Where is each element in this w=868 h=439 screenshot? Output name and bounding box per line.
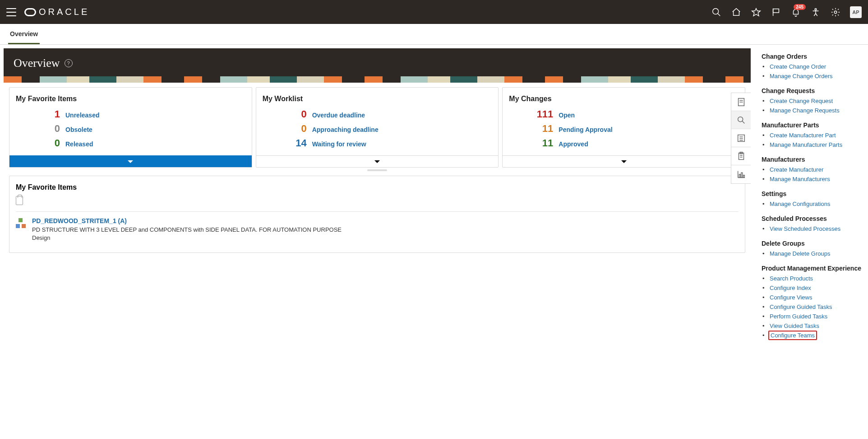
side-link[interactable]: Create Change Order <box>770 63 826 70</box>
side-link[interactable]: Configure Guided Tasks <box>770 304 832 310</box>
side-section: Manufacturer PartsCreate Manufacturer Pa… <box>762 121 862 149</box>
flag-icon[interactable] <box>771 7 781 18</box>
stat-link[interactable]: Open <box>559 112 575 119</box>
side-list-item: Manage Manufacturer Parts <box>768 140 862 149</box>
side-link[interactable]: Create Manufacturer Part <box>770 132 836 139</box>
stat-number: 11 <box>509 137 559 149</box>
stat-row: 0Approaching deadline <box>263 123 492 135</box>
side-link[interactable]: Configure Views <box>770 294 812 301</box>
side-link[interactable]: Configure Index <box>770 285 811 291</box>
rail-chart-icon[interactable] <box>731 165 751 183</box>
stat-number: 0 <box>263 123 312 135</box>
svg-point-0 <box>713 8 719 14</box>
side-heading: Manufacturers <box>762 156 862 163</box>
decorative-strip <box>4 76 751 83</box>
chevron-down-icon <box>128 160 133 163</box>
notifications-badge: 245 <box>794 4 806 10</box>
clipboard-icon[interactable] <box>16 196 23 205</box>
stat-row: 1Unreleased <box>16 108 245 120</box>
stat-link[interactable]: Approaching deadline <box>312 126 379 133</box>
side-link[interactable]: Manage Configurations <box>770 201 830 207</box>
stat-link[interactable]: Unreleased <box>65 112 99 119</box>
side-list-item: Configure Views <box>768 293 862 302</box>
stat-number: 0 <box>263 108 312 120</box>
svg-line-11 <box>742 121 744 123</box>
home-icon[interactable] <box>731 7 742 18</box>
stat-number: 0 <box>16 123 65 135</box>
card-worklist-expand[interactable] <box>256 155 499 167</box>
side-list-item: Create Change Order <box>768 62 862 71</box>
side-list-item: Create Change Request <box>768 96 862 106</box>
tab-overview[interactable]: Overview <box>8 24 40 44</box>
side-list-item: Manage Change Requests <box>768 106 862 115</box>
side-link[interactable]: Create Change Request <box>770 98 833 104</box>
card-worklist-title: My Worklist <box>256 88 499 106</box>
side-list-item: Perform Guided Tasks <box>768 312 862 321</box>
star-icon[interactable] <box>751 7 762 18</box>
chevron-down-icon <box>374 160 380 163</box>
list-item: PD_REDWOOD_STRITEM_1 (A) PD STRUCTURE WI… <box>16 211 739 248</box>
side-list-item: Manage Change Orders <box>768 71 862 81</box>
side-link[interactable]: Manage Delete Groups <box>770 250 830 257</box>
side-section: ManufacturersCreate ManufacturerManage M… <box>762 156 862 184</box>
avatar[interactable]: AP <box>850 6 862 18</box>
side-link[interactable]: Manage Change Requests <box>770 107 840 114</box>
page-header: Overview ? <box>4 48 751 76</box>
svg-point-5 <box>815 8 817 10</box>
stat-row: 111Open <box>509 108 739 120</box>
side-link[interactable]: Manage Change Orders <box>770 73 832 79</box>
card-favorites: My Favorite Items 1Unreleased0Obsolete0R… <box>9 87 252 168</box>
notifications-icon[interactable]: 245 <box>790 7 801 18</box>
rail-checklist-icon[interactable] <box>731 129 751 147</box>
brand-logo[interactable]: ORACLE <box>24 7 89 17</box>
resize-handle[interactable] <box>4 168 751 173</box>
side-link[interactable]: Perform Guided Tasks <box>770 313 827 320</box>
svg-line-1 <box>718 13 720 16</box>
side-list-item: View Guided Tasks <box>768 321 862 331</box>
side-link[interactable]: Configure Teams <box>768 331 817 340</box>
side-link[interactable]: Manage Manufacturers <box>770 176 830 182</box>
side-list-item: Manage Configurations <box>768 199 862 209</box>
side-list-item: Search Products <box>768 274 862 283</box>
card-changes-expand[interactable] <box>503 155 745 167</box>
side-section: SettingsManage Configurations <box>762 190 862 209</box>
side-list-item: Configure Index <box>768 283 862 293</box>
stat-link[interactable]: Released <box>65 140 93 148</box>
stat-link[interactable]: Waiting for review <box>312 140 366 148</box>
stat-number: 1 <box>16 108 65 120</box>
menu-icon[interactable] <box>6 8 16 16</box>
stat-link[interactable]: Overdue deadline <box>312 112 365 119</box>
side-link[interactable]: View Guided Tasks <box>770 322 819 329</box>
stat-link[interactable]: Approved <box>559 140 588 148</box>
side-heading: Manufacturer Parts <box>762 121 862 129</box>
rail-clipboard-icon[interactable] <box>731 147 751 165</box>
rail-document-icon[interactable] <box>731 93 751 111</box>
stat-number: 11 <box>509 123 559 135</box>
stat-link[interactable]: Pending Approval <box>559 126 612 133</box>
chevron-down-icon <box>621 160 627 163</box>
card-favorites-expand[interactable] <box>9 155 252 167</box>
side-list-item: Configure Guided Tasks <box>768 302 862 312</box>
item-link[interactable]: PD_REDWOOD_STRITEM_1 (A) <box>32 217 342 224</box>
side-link[interactable]: Create Manufacturer <box>770 166 823 173</box>
search-icon[interactable] <box>711 7 722 18</box>
accessibility-icon[interactable] <box>810 7 821 18</box>
stat-number: 0 <box>16 137 65 149</box>
structure-icon <box>16 218 26 228</box>
side-link[interactable]: View Scheduled Processes <box>770 225 840 232</box>
side-link[interactable]: Search Products <box>770 275 813 282</box>
stat-row: 11Approved <box>509 137 739 149</box>
side-heading: Delete Groups <box>762 240 862 247</box>
svg-rect-22 <box>739 174 740 177</box>
stat-number: 14 <box>263 137 312 149</box>
card-changes: My Changes 111Open11Pending Approval11Ap… <box>502 87 745 168</box>
side-list-item: Create Manufacturer Part <box>768 131 862 140</box>
rail-search-icon[interactable] <box>731 111 751 129</box>
side-link[interactable]: Manage Manufacturer Parts <box>770 141 842 148</box>
stat-link[interactable]: Obsolete <box>65 126 92 133</box>
stat-row: 11Pending Approval <box>509 123 739 135</box>
side-list-item: Create Manufacturer <box>768 165 862 174</box>
gear-icon[interactable] <box>830 7 841 18</box>
card-changes-title: My Changes <box>503 88 745 106</box>
help-icon[interactable]: ? <box>65 59 73 67</box>
